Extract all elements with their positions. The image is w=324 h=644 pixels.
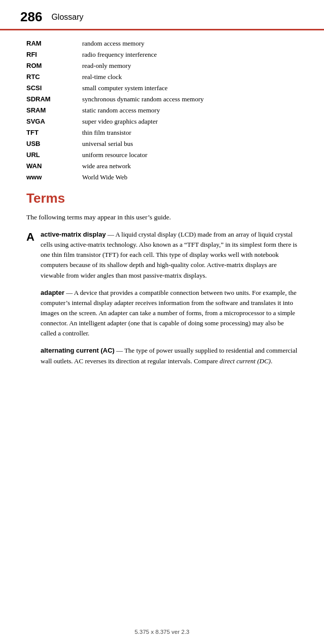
glossary-row: SCSIsmall computer system interface [26, 84, 298, 92]
glossary-definition: small computer system interface [82, 84, 168, 92]
page-header: 286 Glossary [0, 0, 324, 30]
glossary-term: ROM [26, 62, 82, 69]
glossary-definition: uniform resource locator [82, 151, 148, 159]
glossary-row: TFTthin film transistor [26, 129, 298, 137]
glossary-definition: wide area network [82, 162, 131, 170]
glossary-definition: read-only memory [82, 62, 131, 70]
term-block-a: A active-matrix display — A liquid cryst… [26, 230, 298, 373]
page-title: Glossary [51, 13, 83, 22]
glossary-term: RTC [26, 73, 82, 81]
term-entry: alternating current (AC) — The type of p… [41, 346, 298, 366]
glossary-row: SRAMstatic random access memory [26, 106, 298, 115]
glossary-row: ROMread-only memory [26, 62, 298, 70]
term-letter-a: A [26, 230, 41, 244]
glossary-term: USB [26, 140, 82, 147]
glossary-definition: static random access memory [82, 106, 160, 115]
glossary-term: RAM [26, 40, 82, 47]
terms-heading: Terms [26, 191, 298, 206]
glossary-row: SVGAsuper video graphics adapter [26, 118, 298, 126]
glossary-term: URL [26, 151, 82, 159]
glossary-definition: thin film transistor [82, 129, 131, 137]
term-entry: active-matrix display — A liquid crystal… [41, 230, 298, 281]
page-footer: 5.375 x 8.375 ver 2.3 [0, 629, 324, 635]
glossary-definition: real-time clock [82, 73, 122, 81]
glossary-term: SVGA [26, 118, 82, 125]
page: 286 Glossary RAMrandom access memoryRFIr… [0, 0, 324, 644]
glossary-definition: synchronous dynamic random access memory [82, 95, 204, 103]
glossary-term: WAN [26, 162, 82, 170]
glossary-term: RFI [26, 51, 82, 58]
glossary-definition: World Wide Web [82, 173, 127, 181]
page-content: RAMrandom access memoryRFIradio frequenc… [0, 30, 324, 397]
glossary-term: SDRAM [26, 95, 82, 103]
glossary-term: SRAM [26, 106, 82, 114]
terms-intro: The following terms may appear in this u… [26, 213, 298, 221]
glossary-definition: super video graphics adapter [82, 118, 158, 126]
glossary-term: SCSI [26, 84, 82, 92]
term-entries: active-matrix display — A liquid crystal… [41, 230, 298, 373]
glossary-row: wwwWorld Wide Web [26, 173, 298, 181]
term-italic-text: direct current (DC) [220, 357, 271, 365]
glossary-definition: random access memory [82, 40, 145, 48]
glossary-row: SDRAMsynchronous dynamic random access m… [26, 95, 298, 103]
page-number: 286 [20, 9, 42, 25]
terms-section: Terms The following terms may appear in … [26, 191, 298, 373]
glossary-definition: universal serial bus [82, 140, 133, 148]
glossary-definition: radio frequency interference [82, 51, 157, 59]
glossary-row: USBuniversal serial bus [26, 140, 298, 148]
term-entry: adapter — A device that provides a compa… [41, 288, 298, 339]
glossary-row: RFIradio frequency interference [26, 51, 298, 59]
glossary-term: TFT [26, 129, 82, 136]
term-bold-name: adapter [41, 289, 64, 296]
glossary-row: WANwide area network [26, 162, 298, 170]
term-bold-name: alternating current (AC) [41, 347, 115, 354]
glossary-row: URLuniform resource locator [26, 151, 298, 159]
glossary-table: RAMrandom access memoryRFIradio frequenc… [26, 40, 298, 181]
glossary-row: RTCreal-time clock [26, 73, 298, 81]
glossary-term: www [26, 173, 82, 181]
glossary-row: RAMrandom access memory [26, 40, 298, 48]
term-bold-name: active-matrix display [41, 231, 106, 238]
